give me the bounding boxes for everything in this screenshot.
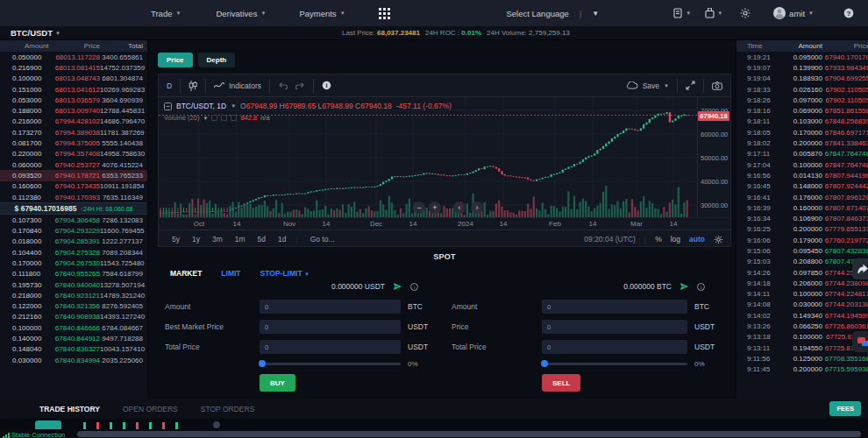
amount-slider[interactable] bbox=[260, 363, 401, 365]
trade-row[interactable]: 9:14:260.09785067744.258998 bbox=[736, 267, 868, 278]
bid-row[interactable]: 0.17084067904.29322911600.769455 bbox=[0, 225, 147, 236]
zoom-in-button[interactable]: + bbox=[429, 201, 441, 214]
trade-row[interactable]: 9:14:180.20600067744.238098 bbox=[736, 278, 868, 288]
ask-row[interactable]: 0.10000068013.0487436801.304874 bbox=[0, 74, 147, 84]
interval-button[interactable]: D bbox=[159, 79, 180, 93]
trade-row[interactable]: 9:15:060.09545067807.432838 bbox=[736, 245, 868, 256]
trade-row[interactable]: 9:19:210.09500067940.170170 bbox=[736, 52, 868, 62]
trade-row[interactable]: 9:18:260.09700067902.110505 bbox=[736, 95, 868, 105]
ask-row[interactable]: 0.11238067940.1703937635.116349 bbox=[0, 192, 147, 202]
range-5d[interactable]: 5d bbox=[252, 235, 272, 244]
ask-row[interactable]: 0.09352067940.1787216353.765233 bbox=[0, 170, 147, 180]
bid-row[interactable]: 0.21216067840.90893814393.127240 bbox=[0, 312, 147, 322]
axis-settings-gear-icon[interactable] bbox=[714, 235, 723, 244]
trade-row[interactable]: 9:18:020.20000067841.338463 bbox=[736, 138, 868, 148]
bid-row[interactable]: 0.14000067840.8449129497.718288 bbox=[0, 333, 147, 343]
trade-row[interactable]: 9:16:250.20000067779.655133 bbox=[736, 224, 868, 235]
range-1y[interactable]: 1y bbox=[186, 235, 206, 244]
field-input-total-price[interactable] bbox=[542, 340, 687, 354]
settings-gear-icon[interactable] bbox=[740, 8, 751, 18]
ask-row[interactable]: 0.16060067940.17343510911.191854 bbox=[0, 181, 147, 192]
field-input-best-market-price[interactable] bbox=[260, 320, 401, 334]
trade-row[interactable]: 9:14:080.03000067744.203138 bbox=[736, 300, 868, 310]
zoom-out-button[interactable]: − bbox=[413, 201, 425, 214]
range-3m[interactable]: 3m bbox=[206, 235, 229, 244]
more-options-icon[interactable] bbox=[231, 115, 237, 121]
candlestick-chart[interactable]: BTC/USDT, 1D ▼ O67948.99 H67989.65 L6794… bbox=[159, 97, 697, 217]
bid-row[interactable]: 0.14804067840.83632710043.157410 bbox=[0, 344, 147, 355]
range-5y[interactable]: 5y bbox=[166, 235, 186, 244]
field-input-total-price[interactable] bbox=[260, 340, 401, 354]
range-1m[interactable]: 1m bbox=[229, 235, 252, 244]
nav-payments[interactable]: Payments▼ bbox=[299, 9, 345, 18]
trade-row[interactable]: 9:18:110.10300067848.256839 bbox=[736, 117, 868, 127]
orders-book-icon[interactable]: ▼ bbox=[673, 8, 691, 18]
ask-row[interactable]: 0.17327067994.38903811781.387269 bbox=[0, 127, 147, 138]
eye-icon[interactable] bbox=[211, 115, 217, 121]
pair-selector[interactable]: BTC/USDT ▼ bbox=[11, 28, 60, 38]
fullscreen-icon[interactable] bbox=[678, 79, 703, 93]
bid-row[interactable]: 0.03000067840.8349942035.225060 bbox=[0, 355, 147, 365]
trade-row[interactable]: 9:13:260.06625067726.860361 bbox=[736, 321, 868, 331]
pan-right-button[interactable]: › bbox=[471, 201, 483, 214]
buy-button[interactable]: BUY bbox=[260, 374, 295, 392]
log-scale-button[interactable]: log bbox=[671, 235, 680, 244]
nav-trade[interactable]: Trade▼ bbox=[151, 9, 181, 18]
chart-info-icon[interactable]: i bbox=[314, 79, 339, 93]
volume-indicator-label[interactable]: Volume (20) bbox=[164, 114, 199, 122]
ask-row[interactable]: 0.18800068013.00974012788.445831 bbox=[0, 105, 147, 116]
goto-button[interactable]: Go to... bbox=[310, 235, 335, 244]
share-button[interactable] bbox=[852, 258, 868, 279]
indicator-settings-icon[interactable] bbox=[221, 115, 227, 121]
bid-row[interactable]: 0.11180067840.9552657584.618799 bbox=[0, 269, 147, 279]
info-icon[interactable]: i bbox=[410, 283, 418, 291]
range-1d[interactable]: 1d bbox=[272, 235, 292, 244]
nav-derivatives[interactable]: Derivatives▼ bbox=[216, 9, 266, 18]
horizontal-scrollbar[interactable] bbox=[77, 431, 861, 437]
user-menu[interactable]: amit ▼ bbox=[773, 7, 814, 19]
pan-left-button[interactable]: ‹ bbox=[453, 201, 466, 214]
time-axis[interactable]: Oct14Nov14Dec14202414Feb14Mar14 bbox=[159, 217, 730, 230]
ask-row[interactable]: 0.05000068013.1172283400.655861 bbox=[0, 52, 147, 62]
ask-row[interactable]: 0.21600067994.42810214686.796470 bbox=[0, 117, 147, 127]
bid-row[interactable]: 0.10730067904.3064587286.132083 bbox=[0, 215, 147, 225]
trade-row[interactable]: 9:11:560.12500067708.355168 bbox=[736, 353, 868, 364]
trade-row[interactable]: 9:16:340.10690067807.846373 bbox=[736, 213, 868, 223]
bid-row[interactable]: 0.12200067840.9213568276.592405 bbox=[0, 301, 147, 312]
trade-row[interactable]: 9:18:160.06900067851.861558 bbox=[736, 105, 868, 116]
tab-stop-limit[interactable]: STOP-LIMIT ▼ bbox=[260, 269, 309, 278]
apps-grid-icon[interactable] bbox=[379, 8, 390, 19]
screenshot-camera-icon[interactable] bbox=[704, 79, 730, 93]
undo-icon[interactable] bbox=[270, 79, 295, 93]
bid-row[interactable]: 0.19573067840.94004013278.507194 bbox=[0, 279, 147, 290]
chart-style-icon[interactable] bbox=[181, 79, 205, 93]
amount-slider[interactable] bbox=[542, 363, 687, 365]
info-icon[interactable]: i bbox=[697, 283, 705, 291]
language-selector[interactable]: Select Language | ▼ bbox=[506, 9, 599, 18]
trade-row[interactable]: 9:14:020.14934067744.194599 bbox=[736, 310, 868, 321]
clock[interactable]: 09:20:04 (UTC) bbox=[584, 235, 636, 244]
trade-row[interactable]: 9:15:030.20880067807.474769 bbox=[736, 257, 868, 267]
help-icon[interactable]: ? bbox=[843, 8, 854, 18]
trade-row[interactable]: 9:19:040.18893067904.699255 bbox=[736, 74, 868, 84]
sell-button[interactable]: SELL bbox=[542, 374, 580, 392]
bid-row[interactable]: 0.21800067840.92312114789.321240 bbox=[0, 290, 147, 300]
price-axis[interactable]: 70000.0060000.0050000.0040000.0030000.00… bbox=[697, 97, 730, 217]
transfer-icon[interactable] bbox=[679, 282, 689, 291]
transfer-icon[interactable] bbox=[393, 282, 402, 291]
field-input-price[interactable] bbox=[542, 320, 687, 334]
trade-row[interactable]: 9:11:450.20000067715.595938 bbox=[736, 364, 868, 375]
wallet-bag-icon[interactable]: ▼ bbox=[705, 8, 722, 18]
ask-row[interactable]: 0.08170067994.3750055555.140438 bbox=[0, 138, 147, 148]
legend-symbol[interactable]: BTC/USDT, 1D bbox=[176, 102, 226, 110]
field-input-amount[interactable] bbox=[542, 300, 687, 314]
ask-row[interactable]: 0.05300068013.0365793604.690939 bbox=[0, 95, 147, 105]
bid-row[interactable]: 0.10440067904.2753287089.208344 bbox=[0, 247, 147, 258]
tab-open-orders[interactable]: OPEN ORDERS bbox=[123, 405, 178, 413]
redo-icon[interactable] bbox=[295, 79, 313, 93]
tab-price[interactable]: Price bbox=[158, 53, 193, 67]
tab-market[interactable]: MARKET bbox=[170, 269, 202, 278]
ask-row[interactable]: 0.06000067940.2537274076.415224 bbox=[0, 159, 147, 170]
bid-row[interactable]: 0.17000067904.26753011543.725480 bbox=[0, 258, 147, 268]
trade-row[interactable]: 9:17:040.10000067847.764748 bbox=[736, 159, 868, 170]
